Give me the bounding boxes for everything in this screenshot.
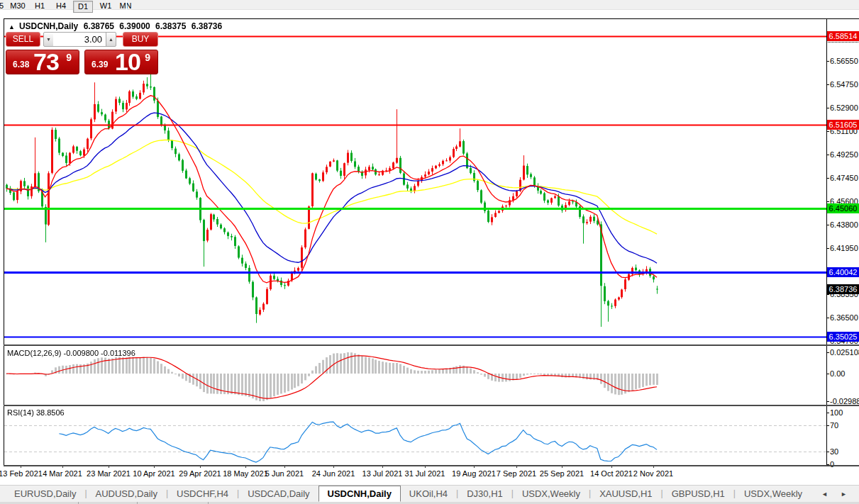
- chart-header: ▲USDCNH,Daily 6.38765 6.39000 6.38375 6.…: [9, 21, 225, 31]
- timeframe-button-w1[interactable]: W1: [96, 1, 116, 13]
- level-badge-6.58514[interactable]: 6.58514: [827, 31, 859, 41]
- buy-price-box[interactable]: 6.39 10 9: [84, 50, 158, 74]
- sell-price-sup: 9: [66, 52, 72, 63]
- price-tick: 6.49250: [830, 150, 858, 159]
- time-axis[interactable]: 13 Feb 20214 Mar 202123 Mar 202110 Apr 2…: [0, 465, 859, 482]
- tab-strip: EURUSD,Daily|AUDUSD,Daily|USDCHF,H4|USDC…: [6, 486, 811, 503]
- price-tick: 6.54750: [830, 80, 858, 89]
- chart-title: USDCNH,Daily: [19, 21, 78, 31]
- toolbar-separator: [126, 0, 127, 14]
- tab-gbpusd-h1[interactable]: GBPUSD,H1: [663, 486, 733, 503]
- timeframe-button-mn[interactable]: MN: [116, 1, 135, 13]
- one-click-trade-panel: SELL ▼ ▲ BUY 6.38 73 9 6.39 10 9: [6, 32, 158, 74]
- tab-audusd-daily[interactable]: AUDUSD,Daily: [87, 486, 166, 503]
- ohlc-high: 6.39000: [119, 21, 150, 31]
- level-badge-6.45060[interactable]: 6.45060: [827, 203, 859, 213]
- date-tick: 10 Apr 2021: [133, 469, 174, 478]
- rsi-scale: 100: [830, 408, 843, 417]
- date-tick: 14 Oct 2021: [590, 469, 633, 478]
- date-tick: 13 Jul 2021: [362, 469, 403, 478]
- date-tick: 31 Jul 2021: [405, 469, 445, 478]
- ohlc-close: 6.38736: [192, 21, 222, 31]
- macd-panel-divider[interactable]: [4, 345, 859, 346]
- buy-price-sup: 9: [145, 52, 150, 63]
- rsi-scale: 70: [830, 421, 838, 430]
- tab-scroll-left-icon[interactable]: ◄: [821, 491, 828, 498]
- tab-usdcad-daily[interactable]: USDCAD,Daily: [239, 486, 318, 503]
- date-axis-divider: [4, 465, 859, 466]
- volume-input[interactable]: [53, 32, 106, 47]
- date-tick: 24 Jun 2021: [312, 469, 355, 478]
- tab-scroll-right-icon[interactable]: ►: [841, 491, 847, 498]
- buy-price-big: 10: [115, 48, 140, 76]
- date-tick: 5 Jun 2021: [265, 469, 304, 478]
- level-badge-6.40042[interactable]: 6.40042: [827, 267, 859, 277]
- date-tick: 4 Mar 2021: [43, 469, 82, 478]
- price-axis-border: [826, 19, 827, 466]
- ohlc-open: 6.38765: [84, 21, 114, 31]
- price-tick: 6.41950: [830, 244, 858, 252]
- tab-usdx-weekly[interactable]: USDX,Weekly: [514, 486, 589, 503]
- tab-ukoil-h4[interactable]: UKOil,H4: [401, 486, 456, 503]
- date-tick: 25 Sep 2021: [540, 469, 584, 478]
- rsi-canvas[interactable]: [4, 406, 826, 465]
- level-badge-6.51605[interactable]: 6.51605: [827, 120, 859, 130]
- price-tick: 6.56550: [830, 57, 858, 65]
- timeframe-button-m30[interactable]: M30: [7, 1, 28, 13]
- rsi-scale: 30: [830, 447, 838, 456]
- sell-price-big: 73: [33, 48, 59, 76]
- macd-scale: 0.00: [830, 369, 845, 378]
- timeframe-button-h4[interactable]: H4: [51, 1, 71, 13]
- rsi-scale: 0: [830, 460, 834, 469]
- tab-usdchf-h4[interactable]: USDCHF,H4: [168, 486, 237, 503]
- timeframe-button-5[interactable]: 5: [0, 1, 6, 13]
- timeframe-toolbar: 5M30H1H4D1W1MN: [0, 0, 859, 10]
- price-tick: 6.52900: [830, 103, 858, 112]
- timeframe-button-h1[interactable]: H1: [30, 1, 50, 13]
- rsi-panel-divider[interactable]: [4, 405, 859, 406]
- date-tick: 18 May 2021: [223, 469, 268, 478]
- level-badge-6.35025[interactable]: 6.35025: [827, 332, 859, 342]
- date-tick: 23 Mar 2021: [87, 469, 131, 478]
- date-tick: 19 Aug 2021: [452, 469, 496, 478]
- macd-scale: 0.025108: [830, 348, 859, 357]
- selected-level-dots: [828, 42, 858, 43]
- ohlc-low: 6.38375: [155, 21, 186, 31]
- tab-eurusd-daily[interactable]: EURUSD,Daily: [6, 486, 84, 503]
- trading-terminal: 5M30H1H4D1W1MN ▲USDCNH,Daily 6.38765 6.3…: [0, 0, 859, 504]
- date-tick: 13 Feb 2021: [0, 469, 43, 478]
- sell-price-box[interactable]: 6.38 73 9: [6, 50, 79, 74]
- buy-button[interactable]: BUY: [123, 32, 158, 47]
- tab-dj30-h1[interactable]: DJ30,H1: [458, 486, 511, 503]
- timeframe-button-d1[interactable]: D1: [73, 1, 93, 13]
- collapse-arrow-icon[interactable]: ▲: [9, 23, 15, 30]
- current-price-badge[interactable]: 6.38736: [827, 284, 859, 294]
- price-tick: 6.43800: [830, 220, 858, 229]
- sell-button[interactable]: SELL: [6, 32, 40, 47]
- price-tick: 6.36500: [830, 313, 858, 322]
- rsi-indicator-label: RSI(14) 38.8506: [7, 408, 65, 417]
- tab-usdcnh-daily[interactable]: USDCNH,Daily: [318, 486, 401, 502]
- chart-tab-bar: EURUSD,Daily|AUDUSD,Daily|USDCHF,H4|USDC…: [0, 485, 859, 502]
- date-tick: 29 Apr 2021: [179, 469, 221, 478]
- volume-decrease-icon[interactable]: ▼: [43, 32, 54, 47]
- date-tick: 2 Nov 2021: [633, 469, 673, 478]
- sell-price-small: 6.38: [13, 60, 29, 69]
- volume-increase-icon[interactable]: ▲: [106, 32, 116, 47]
- tab-usdx-weekly[interactable]: USDX,Weekly: [736, 486, 811, 503]
- tab-xauusd-h1[interactable]: XAUUSD,H1: [591, 486, 660, 503]
- macd-indicator-label: MACD(12,26,9) -0.009800 -0.011396: [7, 349, 135, 357]
- buy-price-small: 6.39: [92, 60, 108, 69]
- date-tick: 7 Sep 2021: [497, 469, 536, 478]
- price-tick: 6.47450: [830, 174, 858, 182]
